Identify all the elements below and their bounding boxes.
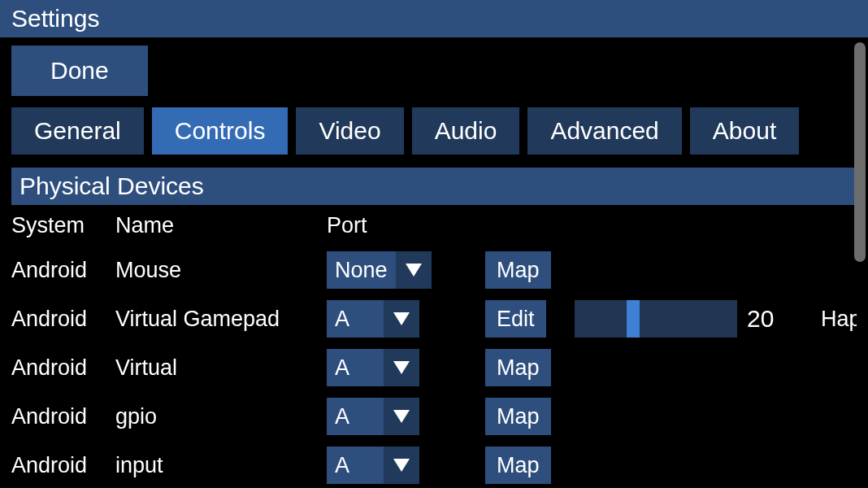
haptic-slider[interactable] <box>575 300 737 338</box>
done-button[interactable]: Done <box>11 46 148 96</box>
svg-marker-2 <box>393 361 410 374</box>
edit-button[interactable]: Edit <box>485 300 546 338</box>
table-row: Android Virtual Gamepad A Edit 20 Hap <box>11 300 857 338</box>
port-select-value: A <box>327 447 384 484</box>
port-select[interactable]: None <box>327 251 432 289</box>
port-select[interactable]: A <box>327 447 419 484</box>
slider-value: 20 <box>747 305 774 333</box>
chevron-down-icon <box>384 349 419 386</box>
table-row: Android Virtual A Map <box>11 349 857 386</box>
svg-marker-1 <box>393 312 410 325</box>
slider-thumb[interactable] <box>627 300 640 338</box>
table-row: Android gpio A Map <box>11 398 857 435</box>
port-select-value: A <box>327 300 384 338</box>
content-area: Done General Controls Video Audio Advanc… <box>0 37 868 484</box>
tab-advanced[interactable]: Advanced <box>527 107 681 155</box>
tab-audio[interactable]: Audio <box>412 107 520 155</box>
port-select-value: None <box>327 251 396 289</box>
column-header-system: System <box>11 213 115 238</box>
chevron-down-icon <box>384 398 419 435</box>
cell-name: input <box>115 453 327 478</box>
map-button[interactable]: Map <box>485 398 551 435</box>
tab-controls[interactable]: Controls <box>152 107 289 155</box>
port-select-value: A <box>327 349 384 386</box>
chevron-down-icon <box>396 251 432 289</box>
svg-marker-4 <box>393 459 410 472</box>
table-header: System Name Port <box>11 213 857 238</box>
column-header-name: Name <box>115 213 327 238</box>
svg-marker-0 <box>406 264 422 277</box>
tab-video[interactable]: Video <box>296 107 403 155</box>
cell-system: Android <box>11 307 115 332</box>
table-row: Android input A Map <box>11 447 857 484</box>
svg-marker-3 <box>393 410 410 423</box>
table-row: Android Mouse None Map <box>11 251 857 289</box>
tab-general[interactable]: General <box>11 107 144 155</box>
port-select-value: A <box>327 398 384 435</box>
cell-system: Android <box>11 404 115 429</box>
cell-system: Android <box>11 355 115 381</box>
map-button[interactable]: Map <box>485 349 551 386</box>
port-select[interactable]: A <box>327 398 419 435</box>
cell-name: Virtual Gamepad <box>115 307 327 332</box>
tabs-bar: General Controls Video Audio Advanced Ab… <box>11 107 857 155</box>
cell-system: Android <box>11 258 115 283</box>
map-button[interactable]: Map <box>485 251 551 289</box>
cell-system: Android <box>11 453 115 478</box>
map-button[interactable]: Map <box>485 447 551 484</box>
chevron-down-icon <box>384 447 419 484</box>
window-title: Settings <box>0 0 868 37</box>
cell-name: gpio <box>115 404 327 429</box>
cell-name: Mouse <box>115 258 327 283</box>
cell-extra: Hap <box>814 307 857 332</box>
section-header-physical-devices: Physical Devices <box>11 168 857 205</box>
scrollbar[interactable] <box>854 42 866 262</box>
chevron-down-icon <box>384 300 419 338</box>
column-header-port: Port <box>327 213 485 238</box>
port-select[interactable]: A <box>327 349 419 386</box>
tab-about[interactable]: About <box>690 107 799 155</box>
port-select[interactable]: A <box>327 300 419 338</box>
cell-name: Virtual <box>115 355 327 381</box>
